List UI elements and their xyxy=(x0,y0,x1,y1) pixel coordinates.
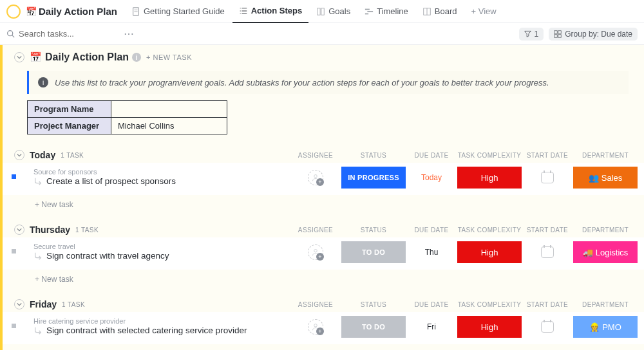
list-icon xyxy=(239,6,248,15)
department-cell[interactable]: 👥Sales xyxy=(573,167,638,189)
department-badge: 👷PMO xyxy=(573,316,638,338)
task-name-cell[interactable]: Secure travel Sign contract with travel … xyxy=(27,241,290,261)
col-department: DEPARTMENT xyxy=(573,301,638,308)
svg-point-24 xyxy=(314,324,317,327)
search-box[interactable] xyxy=(6,29,116,39)
doc-icon xyxy=(131,7,140,16)
new-task-header-button[interactable]: + NEW TASK xyxy=(146,53,192,61)
col-assignee: ASSIGNEE xyxy=(290,152,341,159)
status-dot[interactable] xyxy=(0,316,27,328)
group: Today 1 TASK ASSIGNEE STATUS DUE DATE TA… xyxy=(0,150,644,209)
status-badge: TO DO xyxy=(341,241,406,263)
task-name: Create a list of prospect sponsors xyxy=(33,176,290,186)
info-icon[interactable]: i xyxy=(132,53,141,62)
doc-title[interactable]: 📅17 Daily Action Plan xyxy=(26,6,117,17)
parent-task-name: Hire catering service provider xyxy=(33,317,290,325)
filter-count: 1 xyxy=(535,30,539,39)
department-cell[interactable]: 🚚Logistics xyxy=(573,241,638,263)
parent-task-name: Source for sponsors xyxy=(33,168,290,176)
callout-text: Use this list to track your program/even… xyxy=(55,78,549,88)
doc-header: 📅 Daily Action Plan i + NEW TASK xyxy=(0,45,644,66)
status-dot[interactable] xyxy=(0,167,27,179)
meta-value[interactable]: Michael Collins xyxy=(111,118,227,134)
col-status: STATUS xyxy=(341,152,406,159)
col-complexity: TASK COMPLEXITY xyxy=(457,301,522,308)
tab-goals[interactable]: Goals xyxy=(310,0,357,23)
dept-emoji-icon: 👥 xyxy=(589,173,599,183)
new-task-button[interactable]: + New task xyxy=(0,344,644,350)
groupby-label: Group by: Due date xyxy=(565,30,632,39)
tab-timeline[interactable]: Timeline xyxy=(358,0,415,23)
svg-point-22 xyxy=(314,175,317,178)
status-cell[interactable]: TO DO xyxy=(341,316,406,338)
board-icon xyxy=(422,7,431,16)
status-cell[interactable]: TO DO xyxy=(341,241,406,263)
new-task-button[interactable]: + New task xyxy=(0,195,644,209)
complexity-cell[interactable]: High xyxy=(457,167,522,189)
tab-label: Getting Started Guide xyxy=(144,6,225,16)
tab-label: Timeline xyxy=(377,6,408,16)
group: Friday 1 TASK ASSIGNEE STATUS DUE DATE T… xyxy=(0,299,644,350)
svg-rect-18 xyxy=(554,30,558,33)
assignee-add-icon[interactable] xyxy=(308,319,323,335)
group-name: Friday xyxy=(30,299,57,309)
calendar-icon: 📅17 xyxy=(26,6,36,17)
due-date-cell[interactable]: Thu xyxy=(406,241,457,263)
add-view-button[interactable]: + View xyxy=(465,0,503,23)
col-start: START DATE xyxy=(522,301,573,308)
tab-board[interactable]: Board xyxy=(416,0,464,23)
search-input[interactable] xyxy=(19,29,96,39)
filter-icon xyxy=(524,30,531,37)
department-badge: 🚚Logistics xyxy=(573,241,638,263)
assignee-cell[interactable] xyxy=(290,316,341,338)
tab-action-steps[interactable]: Action Steps xyxy=(232,0,308,23)
tab-label: Board xyxy=(435,6,457,16)
meta-value[interactable] xyxy=(111,101,227,118)
assignee-add-icon[interactable] xyxy=(308,244,323,260)
group: Thursday 1 TASK ASSIGNEE STATUS DUE DATE… xyxy=(0,225,644,284)
group-name: Today xyxy=(30,150,55,160)
start-date-cell[interactable] xyxy=(522,316,573,338)
tab-getting-started[interactable]: Getting Started Guide xyxy=(125,0,231,23)
svg-rect-21 xyxy=(558,34,562,37)
department-cell[interactable]: 👷PMO xyxy=(573,316,638,338)
tab-label: Action Steps xyxy=(251,6,302,15)
collapse-group-button[interactable] xyxy=(14,225,24,235)
start-date-cell[interactable] xyxy=(522,167,573,189)
goal-icon xyxy=(316,7,325,16)
start-date-cell[interactable] xyxy=(522,241,573,263)
task-row[interactable]: Hire catering service provider Sign cont… xyxy=(0,312,644,344)
complexity-cell[interactable]: High xyxy=(457,316,522,338)
collapse-group-button[interactable] xyxy=(14,299,24,309)
assignee-cell[interactable] xyxy=(290,167,341,189)
status-cell[interactable]: IN PROGRESS xyxy=(341,167,406,189)
calendar-icon: 📅 xyxy=(30,51,42,63)
meta-label: Project Manager xyxy=(28,118,111,134)
more-menu[interactable]: ⋯ xyxy=(121,28,137,40)
status-dot[interactable] xyxy=(0,241,27,253)
doc-heading: 📅 Daily Action Plan i xyxy=(30,51,141,63)
task-name: Sign contract with selected catering ser… xyxy=(33,325,290,335)
task-row[interactable]: Source for sponsors Create a list of pro… xyxy=(0,163,644,195)
group-count: 1 TASK xyxy=(75,226,99,234)
due-date-cell[interactable]: Today xyxy=(406,167,457,189)
filter-button[interactable]: 1 xyxy=(519,28,544,41)
collapse-doc-button[interactable] xyxy=(14,52,24,62)
task-row[interactable]: Secure travel Sign contract with travel … xyxy=(0,237,644,270)
meta-table: Program Name Project Manager Michael Col… xyxy=(27,100,227,134)
group-header: Today 1 TASK ASSIGNEE STATUS DUE DATE TA… xyxy=(0,150,644,163)
group-icon xyxy=(554,30,562,38)
task-name-cell[interactable]: Source for sponsors Create a list of pro… xyxy=(27,167,290,186)
task-name-cell[interactable]: Hire catering service provider Sign cont… xyxy=(27,316,290,335)
col-complexity: TASK COMPLEXITY xyxy=(457,226,522,234)
assignee-cell[interactable] xyxy=(290,241,341,263)
timeline-icon xyxy=(365,7,374,16)
complexity-cell[interactable]: High xyxy=(457,241,522,263)
assignee-add-icon[interactable] xyxy=(308,170,323,185)
new-task-button[interactable]: + New task xyxy=(0,270,644,284)
due-date-cell[interactable]: Fri xyxy=(406,316,457,338)
collapse-group-button[interactable] xyxy=(14,150,24,160)
svg-rect-20 xyxy=(554,34,558,37)
complexity-badge: High xyxy=(457,167,522,189)
groupby-button[interactable]: Group by: Due date xyxy=(549,28,638,41)
